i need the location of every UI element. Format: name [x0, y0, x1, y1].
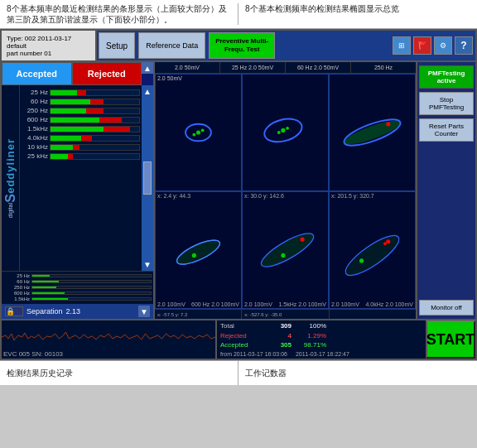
freq-bar-label: 4.0kHz	[22, 134, 48, 142]
rejected-stat-value: 4	[268, 332, 292, 340]
chart-with-logo: eddyliner S digital 25 Hz60 Hz250 Hz600 …	[2, 85, 153, 271]
svg-point-20	[383, 242, 387, 245]
ellipse-grid: 2.0 50mV	[155, 74, 416, 309]
freq-bar-red	[104, 127, 130, 132]
freq-bar-row: 1.5kHz	[22, 125, 140, 132]
scroll-bar[interactable]: ▲ ▼	[142, 85, 153, 271]
ellipse-svg-60hz	[243, 75, 328, 190]
bottom-label-1: x: -57.5 y: 7.2	[155, 310, 242, 319]
freq-bar-green	[51, 90, 77, 95]
svg-point-6	[286, 127, 289, 130]
lock-icon: 🔒	[5, 306, 23, 316]
svg-point-13	[192, 253, 196, 258]
top-bar: Type: 002 2011-03-17 default part number…	[2, 31, 475, 62]
content-area: Accepted Rejected ▲ eddyliner S digital …	[2, 62, 475, 319]
scroll-down-button[interactable]: ▼	[138, 306, 150, 317]
freq-bar-label: 600 Hz	[22, 116, 48, 123]
part-line: part number 01	[7, 50, 90, 57]
main-container: Type: 002 2011-03-17 default part number…	[0, 29, 477, 360]
freq-250hz-label: 60 Hz 2.0 50mV	[286, 62, 351, 73]
600hz-right: 600 Hz 2.0 100mV	[191, 301, 239, 307]
stop-pmf-button[interactable]: Stop PMFTesting	[419, 92, 474, 115]
scroll-down-indicator: ▼	[143, 260, 152, 269]
setup-button[interactable]: Setup	[99, 32, 135, 59]
annotation-left: 8个基本频率的最近检测结果的条形显示（上面较大部分）及第三阶及第五阶谐波显示（下…	[7, 3, 238, 25]
freq-bar-label: 10 kHz	[22, 143, 48, 151]
bottom-stats-bar: EVC 005 SN: 00103 Total 309 100% Rejecte…	[2, 319, 475, 359]
freq-bar-green	[51, 118, 99, 123]
freq-bar-red	[86, 108, 104, 113]
freq-bar-row: 4.0kHz	[22, 134, 140, 142]
freq-60hz-label: 25 Hz 2.0 50mV	[220, 62, 286, 73]
start-button[interactable]: START	[426, 320, 475, 359]
reset-parts-button[interactable]: Reset Parts Counter	[419, 118, 474, 142]
bottom-ann-left: 检测结果历史记录	[0, 361, 238, 385]
svg-point-17	[340, 229, 404, 282]
help-button[interactable]: ?	[455, 36, 473, 55]
1500hz-coord: x: 30.0 y: 142.6	[244, 193, 284, 199]
harmonic-bar-row: 25 Hz	[3, 273, 152, 278]
ellipse-svg-4000hz	[330, 192, 415, 308]
stats-from: from 2011-03-17 16:03:06 2011-03-17 16:2…	[220, 351, 422, 357]
freq-bar-green	[51, 145, 73, 150]
harmonic-bar-row: 60 Hz	[3, 279, 152, 284]
ellipse-cell-600hz: x: 2.4 y: 44.3 2.0 100mV 600 Hz 2.0 100m…	[155, 191, 242, 309]
grid-icon[interactable]: ⊞	[393, 36, 411, 55]
freq-bar-red	[81, 136, 92, 141]
bottom-right-text: 工作记数器	[245, 368, 287, 379]
svg-point-1	[196, 130, 200, 134]
top-bar-right: ⊞ 🚩 ⚙ ?	[393, 31, 475, 60]
annotation-right: 8个基本检测频率的检测结果椭圆显示总览	[238, 3, 470, 25]
harmonic-bars: 25 Hz60 Hz250 Hz600 Hz1.5kHz	[2, 271, 153, 304]
accepted-stat-value: 305	[268, 341, 292, 349]
bottom-left-text: 检测结果历史记录	[7, 368, 73, 379]
total-label: Total	[220, 322, 263, 330]
svg-point-10	[386, 122, 390, 126]
freq-bar-bg	[50, 108, 140, 114]
freq-bar-red	[73, 145, 80, 150]
freq-bar-green	[51, 108, 86, 113]
freq-bar-row: 250 Hz	[22, 107, 140, 114]
rejected-button[interactable]: Rejected	[72, 62, 142, 85]
freq-bar-label: 250 Hz	[22, 107, 48, 114]
accepted-rejected-row: Accepted Rejected ▲	[2, 62, 153, 85]
harmonic-bar-row: 600 Hz	[3, 291, 152, 296]
freq-bar-red	[68, 154, 72, 159]
annotation-left-text: 8个基本频率的最近检测结果的条形显示（上面较大部分）及第三阶及第五阶谐波显示（下…	[7, 4, 227, 24]
separation-value: 2.13	[66, 307, 81, 316]
type-info: Type: 002 2011-03-17 default part number…	[2, 31, 97, 60]
pmf-testing-active-label: PMFTesting active	[419, 65, 474, 89]
accepted-button[interactable]: Accepted	[2, 62, 72, 85]
4000hz-right: 4.0kHz 2.0 100mV	[365, 301, 413, 307]
freq-bar-row: 600 Hz	[22, 116, 140, 123]
freq-bar-green	[51, 99, 90, 104]
svg-point-9	[342, 116, 402, 148]
bottom-label-2: x: -527.6 y: -35.0	[242, 310, 329, 319]
ellipse-25hz-header: 2.0 50mV	[157, 75, 239, 81]
freq-bar-bg	[50, 99, 140, 105]
svg-point-16	[301, 238, 305, 242]
monitor-off-button[interactable]: Monitor off	[419, 300, 474, 316]
flag-icon[interactable]: 🚩	[413, 36, 431, 55]
eddyliner-logo-text: eddyliner	[4, 138, 17, 194]
settings-icon[interactable]: ⚙	[434, 36, 452, 55]
bottom-label-3	[330, 310, 416, 319]
total-value: 309	[268, 322, 292, 330]
freq-bar-green	[51, 127, 104, 132]
bottom-annotation: 检测结果历史记录 工作记数器	[0, 360, 477, 385]
4000hz-bottom: 2.0 100mV	[331, 301, 359, 307]
ellipse-cell-60hz	[242, 74, 329, 191]
freq-bar-green	[51, 154, 68, 159]
reference-data-button[interactable]: Reference Data	[138, 32, 205, 59]
preventive-test-button[interactable]: Preventive Multi-Frequ. Test	[209, 32, 275, 59]
svg-point-5	[281, 128, 285, 132]
scroll-up-button[interactable]: ▲	[142, 62, 153, 74]
svg-point-7	[277, 131, 281, 134]
scroll-thumb[interactable]	[143, 161, 152, 195]
ellipse-cell-250hz	[329, 74, 416, 191]
default-line: default	[7, 42, 90, 50]
freq-bar-red	[90, 99, 104, 104]
harmonic-bar-row: 1.5kHz	[3, 296, 152, 301]
freq-25hz-label: 2.0 50mV	[155, 62, 220, 73]
ellipse-svg-1500hz	[243, 192, 328, 308]
